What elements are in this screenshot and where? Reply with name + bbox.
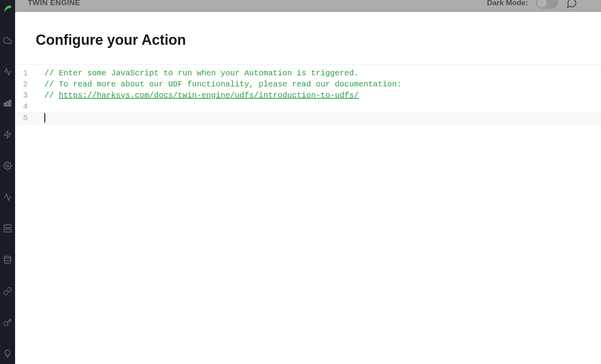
code-editor[interactable]: 1 // Enter some JavaScript to run when y… (15, 64, 601, 124)
bulb-icon[interactable] (3, 349, 12, 358)
editor-line[interactable]: 2 // To read more about our UDF function… (15, 79, 601, 90)
leaf-logo[interactable] (0, 0, 15, 15)
sidebar (0, 0, 15, 364)
line-number: 3 (15, 90, 40, 101)
line-number: 2 (15, 79, 40, 90)
activity-icon[interactable] (3, 67, 12, 77)
key-icon[interactable] (3, 318, 12, 327)
line-number: 4 (15, 101, 40, 112)
docs-link[interactable]: https://harksys.com/docs/twin-engine/udf… (59, 91, 359, 100)
pulse-icon[interactable] (3, 192, 12, 202)
gear-icon[interactable] (3, 161, 12, 171)
cloud-icon[interactable] (3, 36, 12, 45)
line-number: 5 (15, 113, 40, 124)
svg-rect-0 (4, 103, 6, 106)
configure-action-panel: Configure your Action 1 // Enter some Ja… (15, 12, 601, 364)
line-content[interactable]: // Enter some JavaScript to run when you… (40, 68, 601, 79)
editor-line-active[interactable]: 5 (15, 112, 601, 124)
svg-rect-6 (4, 229, 11, 232)
link-icon[interactable] (3, 286, 12, 296)
line-content[interactable]: // https://harksys.com/docs/twin-engine/… (40, 90, 601, 101)
editor-line[interactable]: 3 // https://harksys.com/docs/twin-engin… (15, 90, 601, 101)
server-icon[interactable] (3, 224, 12, 233)
database-icon[interactable] (3, 255, 12, 264)
svg-rect-1 (7, 102, 8, 106)
line-number: 1 (15, 68, 40, 79)
svg-rect-5 (4, 225, 11, 228)
line-content[interactable]: // To read more about our UDF functional… (40, 79, 601, 90)
svg-point-4 (6, 165, 9, 167)
editor-line[interactable]: 1 // Enter some JavaScript to run when y… (15, 68, 601, 79)
modal-header: Configure your Action (15, 12, 601, 64)
line-content[interactable] (40, 113, 601, 124)
svg-point-9 (4, 256, 11, 259)
svg-marker-3 (4, 131, 11, 138)
text-cursor (44, 113, 45, 123)
svg-rect-2 (10, 100, 11, 106)
bar-chart-icon[interactable] (3, 98, 12, 108)
bolt-icon[interactable] (3, 130, 12, 139)
editor-line[interactable]: 4 (15, 101, 601, 112)
modal-title: Configure your Action (36, 32, 601, 48)
